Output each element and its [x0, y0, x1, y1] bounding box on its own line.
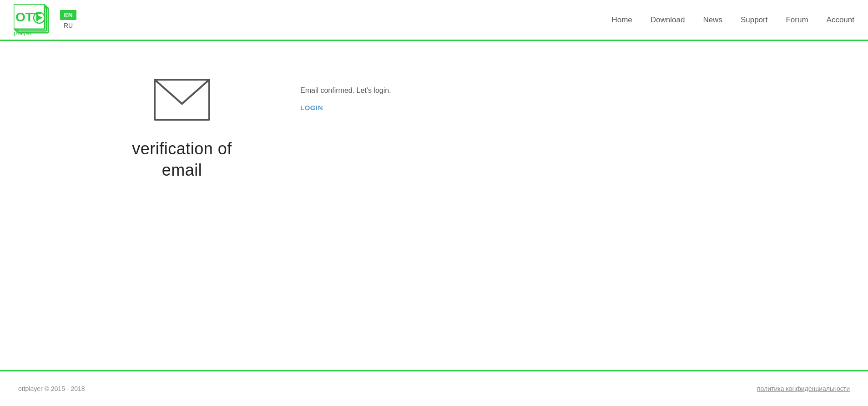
footer: ottplayer © 2015 - 2018 политика конфиде…: [0, 370, 868, 406]
privacy-policy-link[interactable]: политика конфиденциальности: [757, 385, 850, 392]
nav-news[interactable]: News: [703, 15, 722, 25]
header: OTT player EN RU Home Download News Supp…: [0, 0, 868, 41]
logo-icon[interactable]: OTT player: [14, 4, 55, 36]
footer-copyright: ottplayer © 2015 - 2018: [18, 385, 85, 392]
nav-forum[interactable]: Forum: [786, 15, 808, 25]
nav-home[interactable]: Home: [611, 15, 632, 25]
svg-text:player: player: [14, 30, 32, 36]
envelope-icon: [152, 77, 212, 125]
login-link[interactable]: LOGIN: [300, 104, 391, 112]
logo-area: OTT player EN RU: [14, 4, 76, 36]
svg-rect-7: [155, 80, 209, 120]
nav-account[interactable]: Account: [827, 15, 854, 25]
lang-ru-button[interactable]: RU: [60, 21, 76, 30]
lang-switcher: EN RU: [60, 10, 76, 30]
lang-en-button[interactable]: EN: [60, 10, 76, 20]
nav-support[interactable]: Support: [741, 15, 768, 25]
page-title: verification of email: [132, 138, 232, 181]
right-section: Email confirmed. Let's login. LOGIN: [300, 86, 391, 112]
confirmed-text: Email confirmed. Let's login.: [300, 86, 391, 95]
main-content: verification of email Email confirmed. L…: [0, 41, 868, 370]
nav-download[interactable]: Download: [651, 15, 685, 25]
main-nav: Home Download News Support Forum Account: [611, 15, 854, 25]
left-section: verification of email: [73, 77, 291, 181]
